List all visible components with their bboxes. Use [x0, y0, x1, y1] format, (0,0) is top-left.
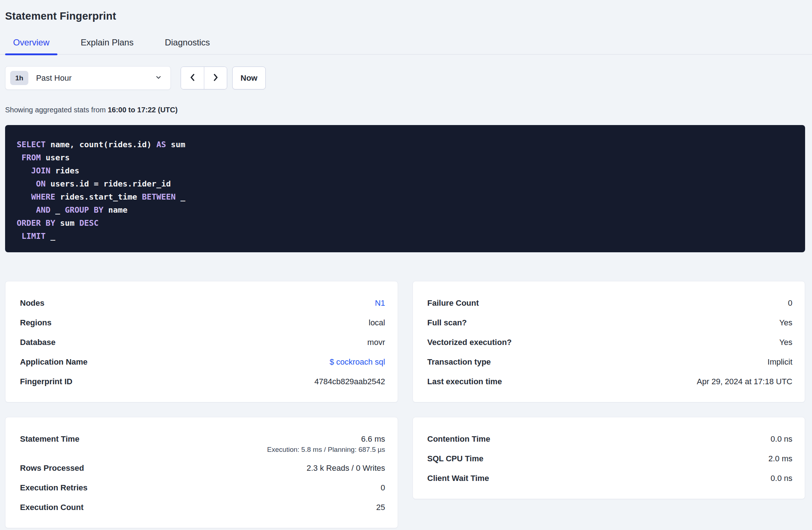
- transaction-type-row: Transaction type Implicit: [427, 356, 793, 368]
- summary-time-range: 16:00 to 17:22 (UTC): [108, 106, 177, 114]
- tab-bar: Overview Explain Plans Diagnostics: [0, 38, 812, 55]
- nodes-row: Nodes N1: [20, 297, 385, 309]
- rows-processed-label: Rows Processed: [20, 462, 84, 474]
- statement-time-value: 6.6 ms: [361, 433, 385, 445]
- nodes-value-link[interactable]: N1: [375, 297, 385, 309]
- execution-retries-value: 0: [381, 482, 385, 494]
- last-execution-time-value: Apr 29, 2024 at 17:18 UTC: [697, 376, 792, 388]
- last-execution-time-row: Last execution time Apr 29, 2024 at 17:1…: [427, 376, 793, 388]
- next-range-button[interactable]: [204, 67, 227, 89]
- chevron-down-icon: [154, 73, 162, 83]
- aggregated-stats-summary: Showing aggregated stats from 16:00 to 1…: [5, 105, 805, 114]
- rows-processed-value: 2.3 k Reads / 0 Writes: [306, 462, 385, 474]
- full-scan-row: Full scan? Yes: [427, 317, 793, 329]
- time-toolbar: 1h Past Hour: [5, 66, 805, 90]
- summary-prefix: Showing aggregated stats from: [5, 106, 108, 114]
- sql-cpu-time-value: 2.0 ms: [768, 453, 792, 465]
- statement-fingerprint-page: Statement Fingerprint Overview Explain P…: [0, 0, 812, 528]
- database-label: Database: [20, 337, 56, 348]
- execution-retries-row: Execution Retries 0: [20, 482, 385, 494]
- time-pager: [181, 67, 227, 89]
- statement-times-card: Statement Time 6.6 ms Execution: 5.8 ms …: [5, 417, 398, 528]
- failure-count-row: Failure Count 0: [427, 297, 793, 309]
- statement-details-card: Nodes N1 Regions local Database movr App…: [5, 281, 398, 402]
- failure-count-value: 0: [788, 297, 792, 309]
- transaction-type-label: Transaction type: [427, 356, 491, 368]
- last-execution-time-label: Last execution time: [427, 376, 502, 388]
- details-card-row: Nodes N1 Regions local Database movr App…: [5, 281, 805, 402]
- full-scan-value: Yes: [779, 317, 792, 329]
- nodes-label: Nodes: [20, 297, 44, 309]
- statement-time-breakdown: Execution: 5.8 ms / Planning: 687.5 µs: [267, 445, 385, 454]
- wait-times-card: Contention Time 0.0 ns SQL CPU Time 2.0 …: [413, 417, 805, 499]
- sql-statement-box: SELECT name, count(rides.id) AS sum FROM…: [5, 125, 805, 252]
- database-row: Database movr: [20, 337, 385, 348]
- execution-count-value: 25: [376, 502, 385, 513]
- application-name-row: Application Name $ cockroach sql: [20, 356, 385, 368]
- execution-retries-label: Execution Retries: [20, 482, 88, 494]
- execution-attributes-card: Failure Count 0 Full scan? Yes Vectorize…: [413, 281, 805, 402]
- transaction-type-value: Implicit: [768, 356, 792, 368]
- vectorized-execution-value: Yes: [779, 337, 792, 348]
- application-name-label: Application Name: [20, 356, 88, 368]
- regions-value: local: [369, 317, 385, 329]
- timing-card-row: Statement Time 6.6 ms Execution: 5.8 ms …: [5, 417, 805, 528]
- client-wait-time-row: Client Wait Time 0.0 ns: [427, 473, 793, 484]
- fingerprint-id-label: Fingerprint ID: [20, 376, 72, 388]
- failure-count-label: Failure Count: [427, 297, 479, 309]
- tab-overview[interactable]: Overview: [5, 38, 57, 54]
- time-range-badge: 1h: [10, 71, 28, 85]
- database-value: movr: [367, 337, 385, 348]
- client-wait-time-value: 0.0 ns: [771, 473, 792, 484]
- statement-time-label: Statement Time: [20, 433, 79, 445]
- vectorized-execution-row: Vectorized execution? Yes: [427, 337, 793, 348]
- client-wait-time-label: Client Wait Time: [427, 473, 489, 484]
- fingerprint-id-row: Fingerprint ID 4784cb829aab2542: [20, 376, 385, 388]
- time-range-label: Past Hour: [36, 73, 154, 83]
- contention-time-row: Contention Time 0.0 ns: [427, 433, 793, 445]
- execution-count-row: Execution Count 25: [20, 502, 385, 513]
- now-button[interactable]: Now: [232, 67, 266, 89]
- fingerprint-id-value: 4784cb829aab2542: [314, 376, 385, 388]
- tab-explain-plans[interactable]: Explain Plans: [73, 38, 141, 54]
- chevron-right-icon: [211, 73, 220, 83]
- tab-diagnostics[interactable]: Diagnostics: [157, 38, 218, 54]
- full-scan-label: Full scan?: [427, 317, 467, 329]
- application-name-link[interactable]: $ cockroach sql: [330, 356, 385, 368]
- chevron-left-icon: [188, 73, 197, 83]
- statement-time-row: Statement Time 6.6 ms Execution: 5.8 ms …: [20, 433, 385, 454]
- time-range-select[interactable]: 1h Past Hour: [5, 66, 171, 90]
- rows-processed-row: Rows Processed 2.3 k Reads / 0 Writes: [20, 462, 385, 474]
- sql-cpu-time-row: SQL CPU Time 2.0 ms: [427, 453, 793, 465]
- contention-time-label: Contention Time: [427, 433, 490, 445]
- execution-count-label: Execution Count: [20, 502, 84, 513]
- regions-row: Regions local: [20, 317, 385, 329]
- contention-time-value: 0.0 ns: [771, 433, 792, 445]
- page-title: Statement Fingerprint: [5, 0, 805, 23]
- regions-label: Regions: [20, 317, 52, 329]
- vectorized-execution-label: Vectorized execution?: [427, 337, 512, 348]
- prev-range-button[interactable]: [181, 67, 204, 89]
- sql-cpu-time-label: SQL CPU Time: [427, 453, 483, 465]
